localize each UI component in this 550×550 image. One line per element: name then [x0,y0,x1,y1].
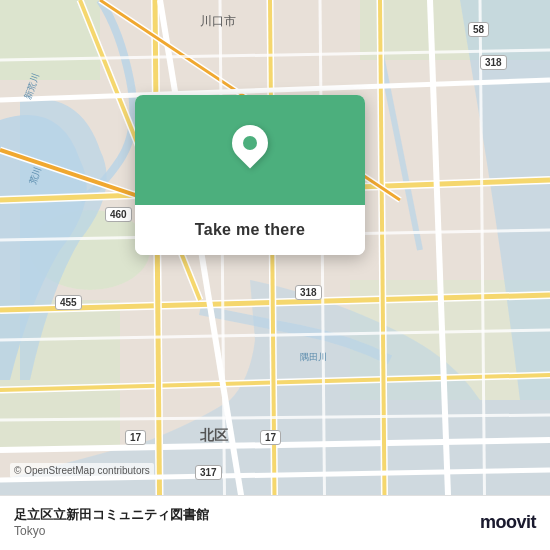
svg-text:隅田川: 隅田川 [300,352,327,362]
attribution-text: © OpenStreetMap contributors [10,463,154,478]
road-badge-455: 455 [55,295,82,310]
card-header [135,95,365,205]
location-info: 足立区立新田コミュニティ図書館 Tokyo [14,506,209,538]
road-badge-17-center: 17 [260,430,281,445]
moovit-logo: moovit [480,512,536,533]
take-me-there-button[interactable]: Take me there [135,205,365,255]
map-container: 川口市 北区 荒川 新荒川 隅田川 460 455 318 318 317 17… [0,0,550,550]
road-badge-17-bottom: 17 [125,430,146,445]
road-badge-58: 58 [468,22,489,37]
moovit-logo-text: moovit [480,512,536,533]
location-name: 足立区立新田コミュニティ図書館 [14,506,209,524]
location-city: Tokyo [14,524,209,538]
road-badge-460: 460 [105,207,132,222]
road-badge-318-right: 318 [480,55,507,70]
svg-text:北区: 北区 [199,427,228,443]
svg-text:川口市: 川口市 [200,14,236,28]
road-badge-317: 317 [195,465,222,480]
pin-circle [225,118,276,169]
bottom-bar: 足立区立新田コミュニティ図書館 Tokyo moovit [0,495,550,550]
location-pin [230,125,270,175]
pin-inner [243,136,257,150]
road-badge-318-top: 318 [295,285,322,300]
location-card: Take me there [135,95,365,255]
